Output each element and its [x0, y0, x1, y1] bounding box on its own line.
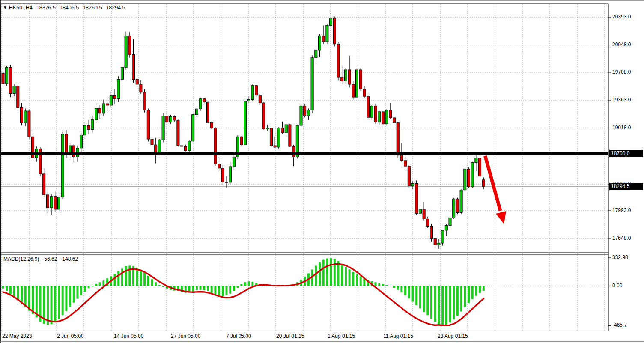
- macd-bar: [471, 286, 474, 299]
- candle-body: [50, 197, 53, 208]
- price-tick-label: 20048.0: [612, 42, 631, 48]
- macd-bar: [315, 265, 317, 286]
- candle-body: [221, 168, 224, 182]
- macd-bar: [121, 268, 123, 286]
- candle-body: [389, 110, 392, 118]
- macd-bar: [479, 286, 481, 293]
- macd-bar: [125, 266, 127, 286]
- candle-body: [199, 99, 202, 109]
- candle-body: [385, 110, 388, 124]
- macd-bar: [117, 271, 119, 286]
- macd-signal-value: -148.62: [60, 256, 78, 262]
- candle-body: [356, 70, 358, 97]
- candle-body: [207, 102, 209, 122]
- macd-bar: [162, 286, 164, 287]
- candle-body: [9, 67, 12, 93]
- macd-bar: [468, 286, 470, 303]
- price-tick-label: 18323.0: [612, 181, 631, 187]
- candle-body: [91, 120, 94, 130]
- macd-bar: [375, 282, 377, 286]
- macd-bar: [438, 286, 440, 324]
- candle-body: [173, 116, 176, 120]
- macd-bar: [322, 260, 325, 286]
- candle-body: [479, 158, 481, 176]
- macd-bar: [393, 286, 395, 288]
- macd-bar: [47, 286, 49, 325]
- macd-bar: [155, 282, 157, 286]
- candle-body: [147, 110, 149, 139]
- symbol-dropdown-icon[interactable]: ▼: [3, 4, 7, 11]
- macd-bar: [334, 259, 336, 286]
- macd-bar: [441, 286, 444, 325]
- macd-bar: [460, 286, 462, 311]
- candle-body: [363, 89, 366, 96]
- candle-body: [24, 111, 27, 123]
- candle-body: [87, 125, 90, 129]
- price-tick-label: 17993.0: [612, 207, 631, 214]
- trend-arrow-annotation[interactable]: [485, 156, 506, 224]
- candle-body: [240, 137, 243, 145]
- candle-body: [121, 67, 123, 79]
- price-chart-canvas[interactable]: [0, 0, 644, 343]
- macd-bar: [445, 286, 447, 325]
- macd-bar: [218, 286, 220, 296]
- candle-body: [475, 158, 477, 162]
- candle-body: [214, 128, 217, 164]
- macd-bar: [408, 286, 410, 298]
- time-tick-label: 14 Jun 05:00: [114, 333, 143, 340]
- macd-bar: [400, 286, 402, 292]
- candle-body: [315, 50, 317, 58]
- macd-bar: [222, 286, 224, 296]
- candle-body: [54, 197, 57, 209]
- candle-body: [348, 70, 351, 84]
- macd-bar: [326, 259, 328, 286]
- candle-body: [255, 86, 258, 95]
- candle-body: [262, 103, 265, 129]
- candlestick-series: [2, 13, 485, 249]
- candle-body: [292, 146, 295, 157]
- macd-bar: [464, 286, 466, 307]
- candle-body: [274, 146, 276, 147]
- candle-body: [259, 95, 261, 103]
- candle-body: [419, 209, 421, 213]
- candle-body: [456, 199, 459, 212]
- candle-body: [296, 125, 298, 157]
- macd-bar: [65, 286, 67, 311]
- candle-body: [423, 209, 425, 219]
- macd-bar: [140, 270, 142, 286]
- candle-body: [438, 243, 440, 245]
- candle-body: [151, 139, 153, 145]
- price-tick-label: 19018.0: [612, 125, 631, 131]
- macd-bar: [32, 286, 34, 314]
- candle-body: [46, 195, 49, 208]
- candle-body: [58, 197, 60, 209]
- candle-body: [125, 36, 127, 67]
- macd-bar: [211, 286, 213, 293]
- candle-body: [352, 84, 355, 97]
- candle-body: [13, 86, 15, 94]
- level-price-badge: 18700.0: [609, 150, 643, 157]
- macd-bar: [244, 282, 246, 286]
- candle-body: [155, 145, 157, 154]
- macd-name: MACD(12,26,9): [3, 256, 39, 262]
- candle-body: [28, 111, 30, 137]
- macd-bar: [345, 267, 347, 286]
- candle-body: [468, 169, 470, 187]
- macd-bar: [397, 286, 399, 290]
- candle-body: [218, 164, 221, 168]
- macd-bar: [415, 286, 417, 305]
- candle-body: [311, 58, 313, 110]
- candle-body: [188, 141, 191, 151]
- candle-body: [143, 92, 146, 110]
- macd-bar: [240, 284, 242, 286]
- macd-bar: [158, 285, 161, 286]
- ohlc-low: 18260.5: [83, 5, 102, 11]
- macd-bar: [77, 286, 79, 299]
- candle-body: [359, 70, 362, 89]
- candle-body: [285, 125, 287, 133]
- macd-bar: [456, 286, 459, 316]
- macd-bar: [99, 282, 101, 286]
- macd-bar: [151, 279, 153, 286]
- candle-body: [106, 104, 109, 105]
- macd-bar: [6, 286, 8, 291]
